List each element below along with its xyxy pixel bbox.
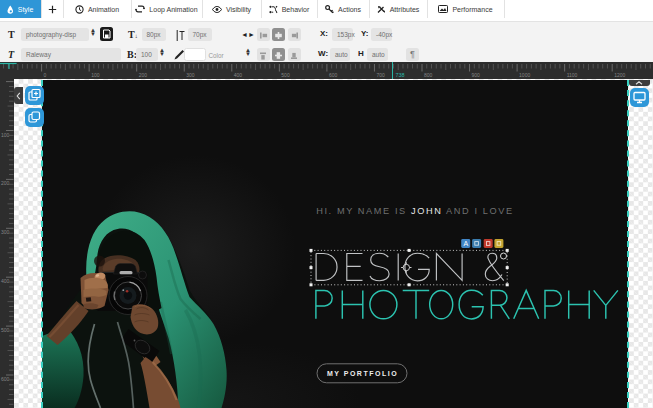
svg-text:600: 600 [1,376,10,382]
svg-text:738: 738 [396,72,405,78]
svg-text:MY PORTFOLIO: MY PORTFOLIO [326,370,397,377]
svg-text:1100: 1100 [567,72,578,78]
svg-text:A: A [463,240,468,247]
svg-text:300: 300 [1,229,10,235]
svg-text:100: 100 [91,72,100,78]
svg-text:900: 900 [472,72,481,78]
svg-text:1200: 1200 [614,72,625,78]
svg-text:500: 500 [281,72,290,78]
svg-text:400: 400 [1,278,10,284]
svg-text:500: 500 [1,327,10,333]
svg-text:700: 700 [376,72,385,78]
svg-text:600: 600 [329,72,338,78]
svg-text:1000: 1000 [519,72,530,78]
svg-text:0: 0 [44,72,47,78]
svg-text:100: 100 [1,132,10,138]
svg-text:800: 800 [424,72,433,78]
svg-text:300: 300 [186,72,195,78]
svg-text:HI. MY NAME IS JOHN AND I LOVE: HI. MY NAME IS JOHN AND I LOVE [316,206,513,216]
svg-text:200: 200 [1,180,10,186]
svg-text:200: 200 [139,72,148,78]
svg-text:400: 400 [234,72,243,78]
